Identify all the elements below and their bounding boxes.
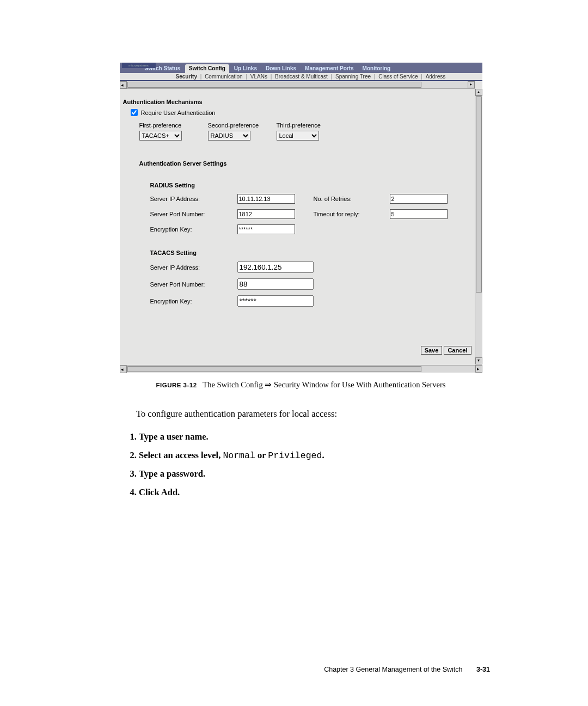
third-pref-label: Third-preference [277,122,345,129]
scrollbar-thumb[interactable] [127,82,421,88]
radius-timeout-label: Timeout for reply: [314,211,390,217]
figure-label: FIGURE 3-12 [156,382,197,388]
tacacs-port-label: Server Port Number: [150,281,237,288]
scroll-arrow-left-icon[interactable] [120,366,127,373]
radius-key-label: Encryption Key: [150,226,237,233]
require-user-auth-checkbox[interactable] [131,109,138,116]
main-tab-bar: microsystems Switch Status Switch Config… [120,63,482,73]
radius-retries-label: No. of Retries: [314,196,390,202]
screenshot-switch-config-security: microsystems Switch Status Switch Config… [120,63,482,373]
tacacs-fields: Server IP Address: Server Port Number: E… [150,261,471,307]
tab-switch-config[interactable]: Switch Config [185,64,229,73]
require-user-auth-row[interactable]: Require User Authentication [128,107,471,118]
tacacs-key-input[interactable] [237,295,314,307]
form-content: Authentication Mechanisms Require User A… [120,89,482,364]
scroll-arrow-left-icon[interactable] [120,81,127,89]
step-1: Type a user name. [139,431,517,442]
scroll-arrow-right-icon[interactable] [475,365,482,373]
footer-page-number: 3-31 [476,666,490,673]
tab-down-links[interactable]: Down Links [262,64,300,73]
radius-port-input[interactable] [237,209,295,219]
tacacs-ip-label: Server IP Address: [150,264,237,271]
tacacs-ip-input[interactable] [237,261,314,273]
subtab-cos[interactable]: Class of Service [377,74,419,80]
subtab-communication[interactable]: Communication [203,74,244,80]
horizontal-scrollbar-bottom[interactable] [120,365,475,373]
tab-management-ports[interactable]: Management Ports [301,64,357,73]
figure-caption-text: The Switch Config ⇒ Security Window for … [203,380,445,389]
subtab-vlans[interactable]: VLANs [249,74,269,80]
radius-setting-heading: RADIUS Setting [150,182,471,188]
subtab-address[interactable]: Address [424,74,448,80]
first-pref-select[interactable]: TACACS+ [139,131,182,141]
radius-fields: Server IP Address: No. of Retries: Serve… [150,194,471,234]
footer-chapter: Chapter 3 General Management of the Swit… [324,666,462,673]
subtab-security[interactable]: Security [174,74,199,80]
second-pref-select[interactable]: RADIUS [208,131,250,141]
radius-retries-input[interactable] [390,194,448,204]
require-user-auth-label: Require User Authentication [141,109,216,116]
tacacs-port-input[interactable] [237,278,314,290]
tab-monitoring[interactable]: Monitoring [359,64,395,73]
button-row: Save Cancel [421,346,471,355]
third-pref-select[interactable]: Local [277,131,319,141]
figure-caption: FIGURE 3-12 The Switch Config ⇒ Security… [84,380,517,389]
radius-ip-label: Server IP Address: [150,196,237,202]
auth-server-settings-heading: Authentication Server Settings [139,160,471,167]
step-4: Click Add. [139,487,517,498]
page-footer: Chapter 3 General Management of the Swit… [0,666,588,673]
radius-key-input[interactable] [237,224,295,234]
subtab-broadcast[interactable]: Broadcast & Multicast [273,74,329,80]
auth-mechanisms-heading: Authentication Mechanisms [123,99,471,105]
scrollbar-thumb[interactable] [127,366,421,372]
radius-timeout-input[interactable] [390,209,448,219]
horizontal-scrollbar-top[interactable] [120,81,475,89]
scroll-arrow-right-icon[interactable] [468,81,475,88]
tacacs-setting-heading: TACACS Setting [150,249,471,256]
subtab-spanning[interactable]: Spanning Tree [334,74,372,80]
cancel-button[interactable]: Cancel [444,346,471,355]
sub-tab-bar: Security | Communication | VLANs | Broad… [120,73,482,81]
first-pref-label: First-preference [139,122,208,129]
intro-paragraph: To configure authentication parameters f… [136,408,517,419]
second-pref-label: Second-preference [208,122,277,129]
steps-list: Type a user name. Select an access level… [127,431,517,498]
tacacs-key-label: Encryption Key: [150,298,237,305]
logo-stub: microsystems [122,63,156,68]
preference-row: First-preference TACACS+ Second-preferen… [139,122,471,141]
radius-ip-input[interactable] [237,194,295,204]
radius-port-label: Server Port Number: [150,211,237,217]
save-button[interactable]: Save [421,346,443,355]
step-2: Select an access level, Normal or Privil… [139,450,517,461]
step-3: Type a password. [139,468,517,479]
tab-up-links[interactable]: Up Links [230,64,261,73]
